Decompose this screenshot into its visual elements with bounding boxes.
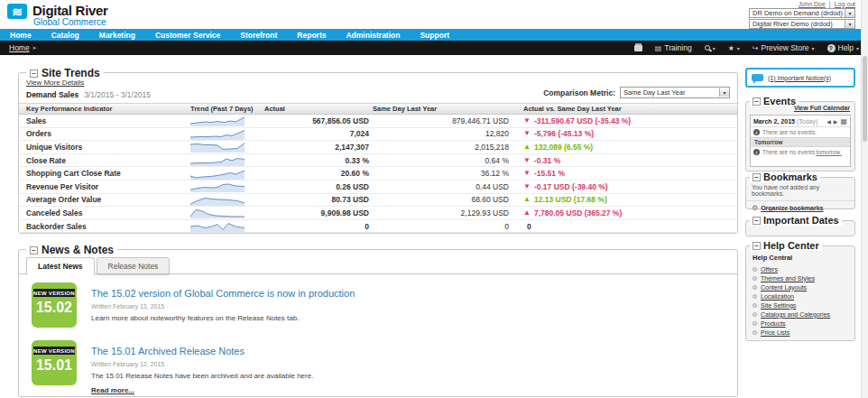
help-link-content-layouts[interactable]: Content Layouts — [761, 284, 807, 291]
tab-release-notes[interactable]: Release Notes — [97, 257, 171, 275]
search-menu[interactable]: ▾ — [705, 45, 716, 51]
training-label: Training — [664, 43, 691, 52]
next-day-icon[interactable]: ▶ — [834, 118, 838, 125]
help-link-price-lists[interactable]: Price Lists — [761, 329, 790, 336]
kpi-label: Canceled Sales — [19, 208, 190, 218]
version-badge: NEW VERSION 15.02 — [32, 282, 77, 328]
bookmarks-box: − Bookmarks You have not added any bookm… — [745, 177, 855, 209]
change-value: -311,590.67 USD (-35.43 %) — [534, 116, 631, 125]
breadcrumb-home-link[interactable]: Home — [9, 43, 30, 52]
important-notices-box: (1) Important Notice(s) — [745, 68, 855, 88]
table-row: Orders 7,024 12,820 ▼-5,796 (-45.13 %) — [19, 128, 737, 142]
favorites-menu[interactable]: ★ ▾ — [728, 44, 740, 52]
news-title-link[interactable]: The 15.01 Archived Release Notes — [91, 346, 245, 356]
trend-arrow-icon: ▼ — [523, 170, 531, 177]
help-link-themes[interactable]: Themes and Styles — [761, 275, 815, 282]
news-item: NEW VERSION 15.02 The 15.02 version of G… — [32, 282, 725, 328]
table-row: Close Rate 0.33 % 0.64 % ▼-0.31 % — [19, 154, 737, 168]
actual-value: 2,147,307 — [263, 143, 371, 152]
demand-sales-label: Demand Sales — [26, 90, 78, 99]
nav-item-home[interactable]: Home — [0, 31, 42, 40]
collapse-icon[interactable]: − — [753, 97, 761, 106]
read-more-link[interactable]: Read more... — [91, 386, 134, 394]
important-dates-box: − Important Dates — [745, 220, 855, 236]
help-menu[interactable]: ? Help ▾ — [827, 43, 860, 52]
nav-item-reports[interactable]: Reports — [287, 31, 336, 40]
organize-bookmarks-link[interactable]: Organize bookmarks — [761, 205, 823, 211]
prev-day-icon[interactable]: ◀ — [826, 118, 831, 125]
book-icon: ▤ — [655, 44, 662, 52]
kpi-label: Orders — [19, 129, 190, 138]
collapse-icon[interactable]: − — [753, 242, 761, 250]
chevron-down-icon[interactable]: ▾ — [845, 20, 854, 28]
news-title-link[interactable]: The 15.02 version of Global Commerce is … — [91, 288, 355, 299]
scrollbar-thumb[interactable] — [863, 56, 867, 142]
chevron-down-icon: ▾ — [713, 45, 716, 51]
actual-value: 80.73 USD — [263, 195, 371, 204]
site-trends-title: Site Trends — [42, 67, 100, 79]
sparkline-chart — [190, 154, 263, 166]
bullet-icon — [753, 285, 757, 290]
breadcrumb: Home ▸ — [9, 43, 36, 52]
info-icon: i — [753, 129, 760, 135]
help-link-products[interactable]: Products — [761, 320, 786, 327]
chevron-down-icon[interactable]: ▾ — [719, 88, 729, 97]
important-notices-link[interactable]: (1) Important Notice(s) — [768, 75, 831, 81]
training-button[interactable]: ▤ Training — [655, 43, 692, 52]
kpi-label: Close Rate — [19, 156, 190, 165]
calendar-icon[interactable]: ▦ — [840, 117, 847, 125]
breadcrumb-arrow-icon: ▸ — [33, 44, 37, 51]
help-link-catalogs[interactable]: Catalogs and Categories — [761, 311, 830, 318]
account-link[interactable]: John Doe — [799, 1, 826, 7]
trend-arrow-icon: ▼ — [523, 130, 531, 137]
nav-item-storefront[interactable]: Storefront — [230, 31, 287, 40]
calendar-date-row: March 2, 2015 (Today) ◀ ▶ ▦ — [751, 116, 850, 127]
nav-item-support[interactable]: Support — [410, 31, 459, 40]
badge-version: 15.01 — [36, 357, 72, 374]
bullet-icon — [753, 276, 757, 281]
logout-link[interactable]: Log out — [835, 1, 855, 7]
site-select[interactable]: Digital River Demo (drdod) ▾ — [749, 19, 855, 29]
actual-value: 9,909.98 USD — [263, 208, 371, 218]
kpi-label: Shopping Cart Close Rate — [19, 169, 190, 178]
help-link-site-settings[interactable]: Site Settings — [761, 302, 796, 309]
kpi-label: Unique Visitors — [19, 143, 190, 152]
date-range: 3/1/2015 - 3/1/2015 — [84, 90, 151, 99]
collapse-icon[interactable]: − — [30, 69, 38, 78]
collapse-icon[interactable]: − — [30, 246, 38, 255]
help-link-offers[interactable]: Offers — [761, 266, 778, 273]
last-year-value: 0 — [371, 222, 511, 231]
nav-item-administration[interactable]: Administration — [336, 31, 410, 40]
company-select[interactable]: DR Demo on Demand (drdod) ▾ — [749, 8, 855, 18]
nav-item-catalog[interactable]: Catalog — [42, 31, 89, 40]
trend-arrow-icon: ▼ — [523, 157, 531, 164]
tomorrow-header: Tomorrow — [751, 137, 850, 147]
collapse-icon[interactable]: − — [753, 217, 761, 225]
news-notes-panel: − News & Notes Latest News Release Notes… — [18, 249, 738, 397]
sparkline-chart — [190, 141, 263, 153]
wrench-icon: ⚙ — [752, 204, 758, 212]
events-box: − Events View Full Calendar March 2, 201… — [745, 101, 855, 171]
nav-item-marketing[interactable]: Marketing — [89, 31, 145, 40]
important-dates-title: Important Dates — [763, 215, 839, 226]
badge-label: NEW VERSION — [33, 289, 75, 297]
chevron-down-icon[interactable]: ▾ — [845, 9, 854, 17]
kpi-label: Revenue Per Visitor — [19, 182, 190, 191]
tomorrow-link[interactable]: tomorrow. — [816, 149, 842, 155]
preview-store-menu[interactable]: ↪ Preview Store ▾ — [753, 43, 815, 52]
help-link-localization[interactable]: Localization — [761, 293, 794, 300]
tab-latest-news[interactable]: Latest News — [26, 257, 95, 275]
nav-item-customer-service[interactable]: Customer Service — [145, 31, 230, 40]
page-scrollbar[interactable] — [861, 0, 868, 398]
view-full-calendar-link[interactable]: View Full Calendar — [794, 105, 850, 111]
news-item: NEW VERSION 15.01 The 15.01 Archived Rel… — [32, 340, 725, 396]
news-body-text: Learn more about noteworthy features on … — [91, 314, 355, 322]
print-button[interactable] — [634, 45, 642, 51]
view-more-details-link[interactable]: View More Details — [26, 79, 84, 87]
comparison-metric-select[interactable]: Same Day Last Year ▾ — [620, 87, 730, 98]
col-last-year: Same Day Last Year — [371, 105, 511, 113]
bookmarks-title: Bookmarks — [763, 171, 817, 182]
trend-arrow-icon: ▲ — [523, 143, 531, 151]
badge-label: NEW VERSION — [33, 347, 75, 355]
collapse-icon[interactable]: − — [753, 173, 761, 181]
